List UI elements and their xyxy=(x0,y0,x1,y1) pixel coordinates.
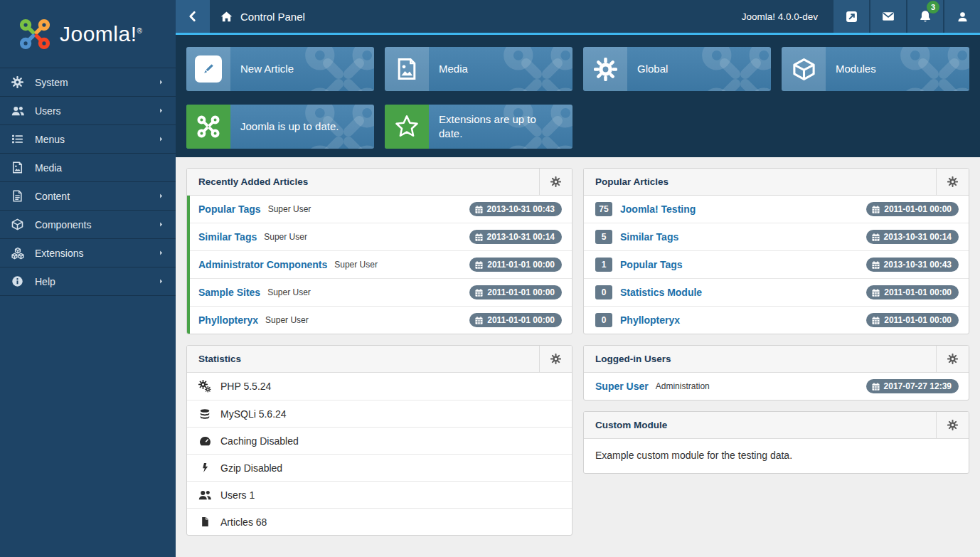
calendar-icon xyxy=(871,205,880,214)
article-link[interactable]: Phyllopteryx xyxy=(620,314,680,326)
calendar-icon xyxy=(474,233,484,242)
sidebar-item-content[interactable]: Content xyxy=(0,182,176,211)
sidebar-item-system[interactable]: System xyxy=(0,68,176,97)
article-link[interactable]: Phyllopteryx xyxy=(198,314,258,326)
stat-row: Gzip Disabled xyxy=(187,454,572,481)
stat-label: MySQLi 5.6.24 xyxy=(220,408,287,420)
users-icon xyxy=(11,105,26,117)
preview-button[interactable] xyxy=(833,0,869,33)
panel-options-button[interactable] xyxy=(936,169,969,195)
sidebar-item-label: Menus xyxy=(35,134,65,145)
joomla-logo-icon xyxy=(18,18,51,51)
gear-icon xyxy=(550,354,561,364)
panel-options-button[interactable] xyxy=(936,412,969,438)
article-link[interactable]: Joomla! Testing xyxy=(620,203,696,215)
status-message: Extensions are up to date. xyxy=(429,112,572,142)
article-author: Super User xyxy=(264,232,307,242)
chevron-right-icon xyxy=(158,221,164,228)
article-link[interactable]: Administrator Components xyxy=(198,259,327,270)
hit-count-badge: 1 xyxy=(595,258,612,272)
file-text-icon xyxy=(11,190,26,202)
page-title: Control Panel xyxy=(240,11,305,23)
article-link[interactable]: Similar Tags xyxy=(620,231,678,243)
sidebar-item-components[interactable]: Components xyxy=(0,211,176,239)
gear-icon xyxy=(947,420,958,430)
app-window: Joomla!® System Users Menus Media xyxy=(0,0,980,557)
panel-title: Popular Articles xyxy=(584,169,936,195)
chevron-right-icon xyxy=(158,278,164,285)
notification-badge: 3 xyxy=(927,1,939,14)
article-author: Super User xyxy=(265,315,309,325)
sidebar-item-extensions[interactable]: Extensions xyxy=(0,239,176,267)
panel-title: Statistics xyxy=(187,346,539,372)
new-article-tile[interactable]: New Article xyxy=(186,47,374,91)
sidebar-item-label: Content xyxy=(35,191,70,202)
sidebar: Joomla!® System Users Menus Media xyxy=(0,0,176,557)
article-author: Super User xyxy=(334,260,378,270)
extensions-uptodate-tile[interactable]: Extensions are up to date. xyxy=(385,105,572,149)
panel-options-button[interactable] xyxy=(539,346,572,372)
cube-icon xyxy=(782,47,826,91)
statistics-panel: Statistics PHP 5.5.24 MySQLi 5.6.24 xyxy=(186,345,572,536)
chevron-right-icon xyxy=(158,250,164,256)
chevron-right-icon xyxy=(158,79,164,85)
panel-options-button[interactable] xyxy=(936,346,969,372)
calendar-icon xyxy=(871,260,880,270)
quick-icons-strip: New Article Media Global xyxy=(176,35,980,157)
user-icon xyxy=(957,11,969,23)
cogs-icon xyxy=(198,380,211,393)
user-menu-button[interactable] xyxy=(944,0,980,33)
status-message: Joomla is up to date. xyxy=(230,120,348,134)
chevron-right-icon xyxy=(158,136,164,142)
article-link[interactable]: Statistics Module xyxy=(620,287,702,298)
media-tile[interactable]: Media xyxy=(385,47,572,91)
hit-count-badge: 0 xyxy=(595,285,612,299)
joomla-icon xyxy=(186,105,230,149)
user-link[interactable]: Super User xyxy=(595,381,649,392)
article-row: 0 Phyllopteryx 2011-01-01 00:00 xyxy=(584,306,969,334)
panel-title: Custom Module xyxy=(584,412,936,438)
hit-count-badge: 75 xyxy=(595,202,612,216)
global-tile[interactable]: Global xyxy=(583,47,771,91)
popular-articles-panel: Popular Articles 75 Joomla! Testing 2011… xyxy=(583,168,969,334)
notifications-button[interactable]: 3 xyxy=(907,0,943,33)
sidebar-item-users[interactable]: Users xyxy=(0,97,176,125)
sidebar-item-label: Components xyxy=(35,219,91,230)
article-link[interactable]: Sample Sites xyxy=(198,287,260,298)
sidebar-item-menus[interactable]: Menus xyxy=(0,125,176,154)
article-link[interactable]: Popular Tags xyxy=(620,259,683,270)
calendar-icon xyxy=(871,316,880,325)
external-link-icon xyxy=(846,11,858,23)
stat-row: MySQLi 5.6.24 xyxy=(187,400,572,427)
gear-icon xyxy=(11,76,26,88)
logged-in-user-row: Super User Administration 2017-07-27 12:… xyxy=(584,373,969,400)
stat-label: Gzip Disabled xyxy=(220,462,282,474)
article-link[interactable]: Similar Tags xyxy=(198,231,257,243)
calendar-icon xyxy=(871,288,880,297)
sidebar-item-media[interactable]: Media xyxy=(0,154,176,182)
tachometer-icon xyxy=(198,435,211,447)
topbar: Control Panel Joomla! 4.0.0-dev 3 xyxy=(176,0,980,35)
modules-tile[interactable]: Modules xyxy=(782,47,969,91)
logged-in-users-panel: Logged-in Users Super User Administratio… xyxy=(583,345,969,400)
back-button[interactable] xyxy=(176,0,210,33)
article-link[interactable]: Popular Tags xyxy=(198,203,261,215)
database-icon xyxy=(198,408,211,420)
file-icon xyxy=(198,516,211,527)
bolt-icon xyxy=(198,462,211,473)
messages-button[interactable] xyxy=(870,0,906,33)
users-icon xyxy=(198,489,211,502)
chevron-right-icon xyxy=(158,193,164,199)
joomla-uptodate-tile[interactable]: Joomla is up to date. xyxy=(186,105,374,149)
panel-options-button[interactable] xyxy=(539,169,572,195)
calendar-icon xyxy=(474,316,484,325)
article-row: 5 Similar Tags 2013-10-31 00:14 xyxy=(584,223,969,250)
tile-label: Global xyxy=(627,62,678,76)
stat-row: Caching Disabled xyxy=(187,427,572,454)
pencil-square-icon xyxy=(186,47,230,91)
date-badge: 2013-10-31 00:14 xyxy=(866,230,959,244)
gear-icon xyxy=(550,176,561,187)
panel-title: Recently Added Articles xyxy=(187,169,539,195)
dashboard-panels: Recently Added Articles Popular Tags Sup… xyxy=(176,157,980,557)
sidebar-item-help[interactable]: Help xyxy=(0,267,176,296)
